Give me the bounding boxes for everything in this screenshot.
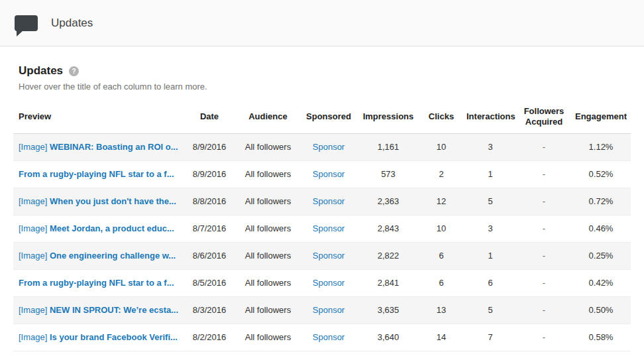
update-title: From a rugby-playing NFL star to a f... (19, 278, 174, 288)
image-tag: [Image] (19, 251, 50, 261)
cell-clicks: 6 (419, 242, 464, 269)
column-header-preview[interactable]: Preview (13, 101, 182, 133)
update-title: WEBINAR: Boasting an ROI o... (50, 142, 178, 152)
cell-clicks: 10 (419, 133, 464, 160)
cell-date: 8/7/2016 (182, 215, 237, 242)
cell-preview: [Image] Is your brand Facebook Verifi... (13, 324, 182, 351)
cell-date: 8/9/2016 (182, 133, 237, 160)
update-title: Is your brand Facebook Verifi... (50, 332, 178, 342)
cell-engagement: 0.42% (571, 269, 631, 296)
speech-bubble-icon (15, 15, 38, 31)
cell-preview: [Image] When you just don't have the... (13, 188, 182, 215)
cell-audience: All followers (237, 296, 299, 324)
image-tag: [Image] (19, 305, 50, 315)
cell-sponsored: Sponsor (299, 188, 358, 215)
update-preview-link[interactable]: [Image] One engineering challenge w... (19, 251, 180, 261)
cell-interactions: 7 (464, 324, 517, 351)
column-header-engagement[interactable]: Engagement (571, 101, 631, 133)
sponsor-link[interactable]: Sponsor (313, 169, 345, 179)
table-row: [Image] Is your brand Facebook Verifi...… (13, 324, 631, 351)
cell-sponsored: Sponsor (299, 215, 358, 242)
image-tag: [Image] (19, 332, 50, 342)
cell-sponsored: Sponsor (299, 324, 358, 351)
cell-followers_acquired: - (517, 160, 571, 188)
cell-impressions: 1,161 (358, 133, 419, 160)
cell-audience: All followers (237, 324, 299, 351)
cell-followers_acquired: - (517, 215, 571, 242)
sponsor-link[interactable]: Sponsor (313, 278, 345, 288)
cell-engagement: 0.58% (571, 324, 631, 351)
sponsor-link[interactable]: Sponsor (313, 223, 345, 233)
table-header-row: PreviewDateAudienceSponsoredImpressionsC… (13, 101, 631, 133)
cell-followers_acquired: - (517, 133, 571, 160)
cell-clicks: 12 (419, 188, 464, 215)
cell-audience: All followers (237, 188, 299, 215)
cell-date: 8/2/2016 (182, 324, 237, 351)
cell-interactions: 5 (464, 188, 517, 215)
cell-preview: [Image] Meet Jordan, a product educ... (13, 215, 182, 242)
cell-audience: All followers (237, 215, 299, 242)
cell-interactions: 1 (464, 242, 517, 269)
cell-audience: All followers (237, 160, 299, 188)
cell-followers_acquired: - (517, 324, 571, 351)
cell-interactions: 3 (464, 133, 517, 160)
column-header-clicks[interactable]: Clicks (419, 101, 464, 133)
cell-audience: All followers (237, 269, 299, 296)
cell-preview: From a rugby-playing NFL star to a f... (13, 269, 182, 296)
update-title: One engineering challenge w... (50, 251, 176, 261)
cell-audience: All followers (237, 242, 299, 269)
update-title: From a rugby-playing NFL star to a f... (19, 169, 174, 179)
update-preview-link[interactable]: [Image] Is your brand Facebook Verifi... (19, 332, 180, 342)
cell-impressions: 2,843 (358, 215, 419, 242)
cell-date: 8/8/2016 (182, 188, 237, 215)
update-preview-link[interactable]: [Image] NEW IN SPROUT: We’re ecsta... (19, 305, 180, 315)
cell-preview: From a rugby-playing NFL star to a f... (13, 160, 182, 188)
sponsor-link[interactable]: Sponsor (313, 251, 345, 261)
column-header-interactions[interactable]: Interactions (464, 101, 517, 133)
cell-interactions: 6 (464, 269, 517, 296)
column-header-audience[interactable]: Audience (237, 101, 299, 133)
cell-engagement: 0.52% (571, 160, 631, 188)
cell-engagement: 0.50% (571, 296, 631, 324)
update-preview-link[interactable]: From a rugby-playing NFL star to a f... (19, 278, 180, 288)
image-tag: [Image] (19, 142, 50, 152)
column-header-followers_acquired[interactable]: Followers Acquired (517, 101, 571, 133)
cell-clicks: 13 (419, 296, 464, 324)
cell-followers_acquired: - (517, 296, 571, 324)
cell-clicks: 14 (419, 324, 464, 351)
column-header-date[interactable]: Date (182, 101, 237, 133)
sponsor-link[interactable]: Sponsor (313, 305, 345, 315)
table-row: [Image] When you just don't have the...8… (13, 188, 631, 215)
topbar: Updates (0, 0, 644, 46)
cell-date: 8/3/2016 (182, 296, 237, 324)
update-title: NEW IN SPROUT: We’re ecsta... (50, 305, 178, 315)
cell-impressions: 2,363 (358, 188, 419, 215)
sponsor-link[interactable]: Sponsor (313, 142, 345, 152)
cell-interactions: 3 (464, 215, 517, 242)
cell-engagement: 0.25% (571, 242, 631, 269)
section-head: Updates ? (19, 64, 625, 78)
sponsor-link[interactable]: Sponsor (313, 196, 345, 206)
update-preview-link[interactable]: [Image] WEBINAR: Boasting an ROI o... (19, 142, 180, 152)
update-preview-link[interactable]: [Image] Meet Jordan, a product educ... (19, 223, 180, 233)
table-row: [Image] Meet Jordan, a product educ...8/… (13, 215, 631, 242)
table-row: From a rugby-playing NFL star to a f...8… (13, 269, 631, 296)
cell-interactions: 5 (464, 296, 517, 324)
cell-date: 8/5/2016 (182, 269, 237, 296)
cell-clicks: 6 (419, 269, 464, 296)
update-preview-link[interactable]: [Image] When you just don't have the... (19, 196, 180, 206)
cell-engagement: 1.12% (571, 133, 631, 160)
table-body: [Image] WEBINAR: Boasting an ROI o...8/9… (13, 133, 631, 351)
topbar-title: Updates (51, 17, 93, 30)
updates-table: PreviewDateAudienceSponsoredImpressionsC… (13, 101, 631, 351)
cell-followers_acquired: - (517, 188, 571, 215)
column-header-sponsored[interactable]: Sponsored (299, 101, 358, 133)
column-header-impressions[interactable]: Impressions (358, 101, 419, 133)
cell-preview: [Image] NEW IN SPROUT: We’re ecsta... (13, 296, 182, 324)
cell-impressions: 3,635 (358, 296, 419, 324)
update-preview-link[interactable]: From a rugby-playing NFL star to a f... (19, 169, 180, 179)
help-icon[interactable]: ? (69, 66, 79, 76)
section-title: Updates (19, 64, 63, 78)
sponsor-link[interactable]: Sponsor (313, 332, 345, 342)
cell-preview: [Image] WEBINAR: Boasting an ROI o... (13, 133, 182, 160)
